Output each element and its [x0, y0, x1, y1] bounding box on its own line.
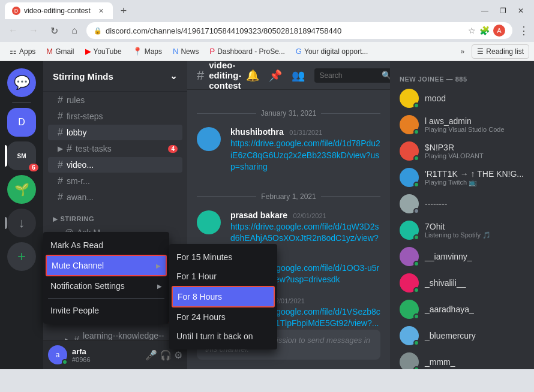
add-server-button[interactable]: + [7, 242, 36, 271]
member-item-aws[interactable]: l aws_admin Playing Visual Studio Code [395, 111, 529, 138]
menu-dots-icon[interactable]: ⋮ [518, 24, 529, 37]
address-bar[interactable]: 🔒 discord.com/channels/41961710584410932… [86, 22, 512, 39]
channel-header-name: video-editing-contest [209, 61, 241, 91]
channel-item-sm-r[interactable]: # sm-r... [48, 173, 182, 189]
restore-button[interactable]: ❐ [494, 2, 511, 19]
member-item-separator: -------- [395, 191, 529, 217]
submenu-1-hour[interactable]: For 1 Hour [169, 267, 277, 286]
server-header[interactable]: Stirring Minds ⌄ [43, 61, 187, 92]
profile-icon[interactable]: A [493, 25, 505, 37]
channel-item-first-steps[interactable]: # first-steps [48, 108, 182, 124]
guild-sidebar: 💬 D SM 6 🌱 [0, 61, 43, 369]
guild-icon-green[interactable]: 🌱 [7, 175, 36, 204]
member-name: mood [425, 94, 446, 103]
message-link-1[interactable]: https://drive.google.com/file/d/1d78Pdu2… [230, 138, 380, 171]
guild-item-1[interactable]: D [7, 108, 36, 137]
user-bar: a arfa #0966 🎤 🎧 ⚙ [43, 340, 187, 369]
home-button[interactable]: ⌂ [66, 22, 83, 39]
message-text-1: https://drive.google.com/file/d/1d78Pdu2… [230, 138, 380, 173]
user-avatar[interactable]: a [48, 345, 67, 364]
guild-icon-discord[interactable]: D [7, 108, 36, 137]
guild-icon-3[interactable]: ↓ [7, 209, 36, 237]
channel-hash-icon: # [58, 111, 63, 122]
search-bar[interactable]: 🔍 [314, 68, 390, 83]
refresh-button[interactable]: ↻ [46, 22, 62, 39]
member-item-r1tt1k[interactable]: 'R1TT1K → ↑ THE KN!G... Playing Twitch 📺 [395, 164, 529, 191]
message-author-2: prasad bakare [230, 210, 287, 220]
category-stirring[interactable]: ▶ STIRRING [43, 206, 187, 225]
members-icon[interactable]: 👥 [292, 69, 305, 82]
submenu-until-off[interactable]: Until I turn it back on [169, 327, 277, 346]
channel-item-awan[interactable]: # awan... [48, 189, 182, 205]
more-bookmarks-button[interactable]: » [457, 45, 469, 58]
ctx-notification-settings[interactable]: Notification Settings ▶ [43, 276, 169, 295]
back-button[interactable]: ← [5, 22, 22, 39]
channel-item-test-tasks[interactable]: ▶ # test-tasks 4 [48, 141, 182, 156]
new-tab-button[interactable]: + [115, 2, 132, 19]
user-initials: a [56, 351, 60, 359]
member-item-mmm[interactable]: _mmm_ [395, 349, 529, 369]
members-sidebar: NEW JOINEE — 885 mood l aws_admin Playin… [390, 61, 534, 369]
browser-tab[interactable]: D video-editing-contest ✕ [5, 2, 113, 19]
channel-hash-icon: # [58, 95, 63, 105]
member-name: _mmm_ [425, 357, 455, 367]
member-item-sniper[interactable]: $N!P3R Playing VALORANT [395, 138, 529, 164]
close-button[interactable]: ✕ [512, 2, 529, 19]
guild-item-3[interactable]: ↓ [7, 209, 36, 237]
member-item-bluemercury[interactable]: _bluemercury [395, 322, 529, 349]
channel-badge: 4 [168, 145, 178, 153]
member-item-mood[interactable]: mood [395, 85, 529, 111]
forward-button[interactable]: → [25, 22, 42, 39]
discord-home-button[interactable]: 💬 [7, 68, 36, 97]
guild-item-2[interactable]: 🌱 [7, 175, 36, 204]
search-input[interactable] [319, 71, 379, 80]
bookmark-apps[interactable]: ⚏ Apps [5, 44, 40, 58]
channel-item-rules[interactable]: # rules [48, 92, 182, 108]
add-server-icon[interactable]: + [7, 242, 36, 271]
mute-icon[interactable]: 🎤 [145, 349, 157, 361]
member-status-dot [413, 102, 419, 108]
bookmark-digital[interactable]: G Your digital opport... [291, 44, 373, 58]
ctx-mute-channel[interactable]: Mute Channel ▶ [46, 255, 167, 276]
date-divider-feb1: February 1, 2021 [197, 192, 380, 201]
channel-name: video... [67, 160, 94, 170]
guild-badge: 6 [29, 164, 38, 171]
message-avatar-1 [197, 127, 221, 151]
guild-green-icon: 🌱 [14, 182, 29, 197]
channel-item-video[interactable]: # video... [48, 157, 182, 173]
member-status-dot [413, 261, 419, 267]
member-item-shivalili[interactable]: _shivalili__ [395, 270, 529, 296]
ctx-invite-people[interactable]: Invite People [43, 301, 169, 320]
extensions-icon[interactable]: 🧩 [479, 26, 490, 35]
date-divider-jan31: January 31, 2021 [197, 109, 380, 117]
bookmark-maps[interactable]: 📍 Maps [128, 44, 167, 58]
submenu-8-hours[interactable]: For 8 Hours [172, 286, 275, 307]
user-discriminator: #0966 [72, 356, 140, 363]
ctx-mark-as-read[interactable]: Mark As Read [43, 236, 169, 255]
settings-icon[interactable]: ⚙ [174, 349, 182, 361]
maps-icon: 📍 [133, 47, 142, 56]
reading-list-button[interactable]: ☰ Reading list [472, 44, 529, 59]
member-info: l aws_admin Playing Visual Studio Code [425, 116, 505, 133]
submenu-15-min[interactable]: For 15 Minutes [169, 248, 277, 267]
member-avatar-sep [400, 194, 419, 213]
tab-close-button[interactable]: ✕ [96, 6, 106, 16]
bookmark-news[interactable]: N News [168, 44, 203, 58]
bookmark-youtube[interactable]: ▶ YouTube [80, 44, 127, 58]
submenu-24-hours[interactable]: For 24 Hours [169, 307, 277, 327]
member-item-aaradhaya[interactable]: _aaradhaya_ [395, 296, 529, 322]
guild-item-sm[interactable]: SM 6 [7, 141, 36, 170]
deafen-icon[interactable]: 🎧 [160, 349, 172, 361]
pin-icon[interactable]: 📌 [269, 69, 282, 82]
channel-item-learning[interactable]: ▶ # learning--knowledge--re... [48, 328, 182, 340]
member-item-7ohit[interactable]: 7Ohit Listening to Spotify 🎵 [395, 217, 529, 243]
member-name: $N!P3R [425, 143, 484, 152]
bookmark-star-icon[interactable]: ☆ [468, 26, 476, 35]
discord-logo-icon: 💬 [14, 75, 30, 91]
bookmark-gmail[interactable]: M Gmail [41, 44, 79, 58]
member-item-iamvinny[interactable]: __iamvinny_ [395, 243, 529, 270]
channel-item-lobby[interactable]: # lobby [48, 125, 182, 140]
minimize-button[interactable]: — [476, 2, 493, 19]
bookmark-dashboard[interactable]: P Dashboard - ProSe... [205, 44, 289, 58]
bell-icon[interactable]: 🔔 [246, 69, 259, 82]
